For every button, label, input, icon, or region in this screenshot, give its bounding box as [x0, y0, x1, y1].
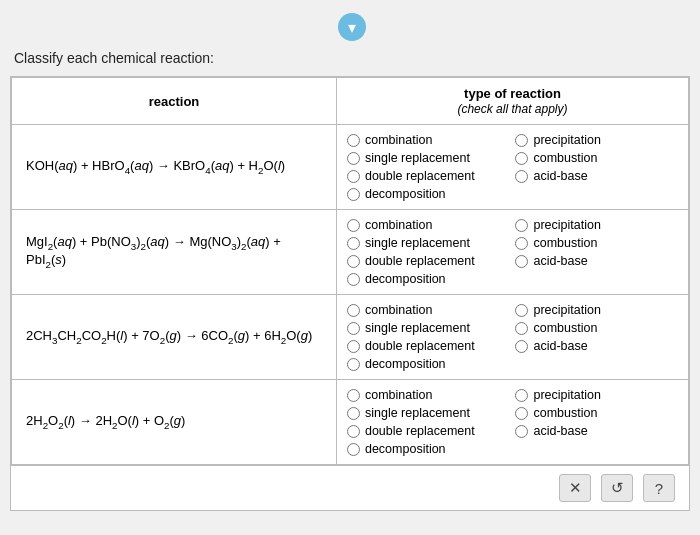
chevron-down-icon[interactable]: ▾ — [338, 13, 366, 41]
radio-decomposition-row1[interactable] — [347, 188, 360, 201]
reaction-table: reaction type of reaction (check all tha… — [11, 77, 689, 465]
radio-precipitation-row3[interactable] — [515, 304, 528, 317]
option-placeholder — [515, 442, 678, 456]
option-item-double_replacement-row4: double replacement — [347, 424, 510, 438]
option-item-single_replacement-row3: single replacement — [347, 321, 510, 335]
radio-combination-row1[interactable] — [347, 134, 360, 147]
help-button[interactable]: ? — [643, 474, 675, 502]
option-item-double_replacement-row1: double replacement — [347, 169, 510, 183]
main-table-container: reaction type of reaction (check all tha… — [10, 76, 690, 511]
option-item-precipitation-row1: precipitation — [515, 133, 678, 147]
label-acid_base-row3: acid-base — [533, 339, 587, 353]
label-combination-row1: combination — [365, 133, 432, 147]
table-row: KOH(aq) + HBrO4(aq) → KBrO4(aq) + H2O(l)… — [12, 125, 689, 210]
label-combination-row2: combination — [365, 218, 432, 232]
label-combustion-row1: combustion — [533, 151, 597, 165]
table-row: 2CH3CH2CO2H(l) + 7O2(g) → 6CO2(g) + 6H2O… — [12, 295, 689, 380]
radio-combustion-row3[interactable] — [515, 322, 528, 335]
radio-decomposition-row2[interactable] — [347, 273, 360, 286]
option-item-acid_base-row1: acid-base — [515, 169, 678, 183]
radio-single_replacement-row1[interactable] — [347, 152, 360, 165]
undo-button[interactable]: ↺ — [601, 474, 633, 502]
radio-combination-row3[interactable] — [347, 304, 360, 317]
reaction-cell-1: KOH(aq) + HBrO4(aq) → KBrO4(aq) + H2O(l) — [12, 125, 337, 210]
reaction-cell-3: 2CH3CH2CO2H(l) + 7O2(g) → 6CO2(g) + 6H2O… — [12, 295, 337, 380]
label-decomposition-row4: decomposition — [365, 442, 446, 456]
label-combination-row3: combination — [365, 303, 432, 317]
radio-acid_base-row2[interactable] — [515, 255, 528, 268]
radio-acid_base-row1[interactable] — [515, 170, 528, 183]
option-item-precipitation-row4: precipitation — [515, 388, 678, 402]
radio-precipitation-row1[interactable] — [515, 134, 528, 147]
option-placeholder — [515, 357, 678, 371]
option-item-single_replacement-row4: single replacement — [347, 406, 510, 420]
option-placeholder — [515, 272, 678, 286]
option-item-combustion-row1: combustion — [515, 151, 678, 165]
radio-double_replacement-row4[interactable] — [347, 425, 360, 438]
options-cell-3: combinationprecipitationsingle replaceme… — [336, 295, 688, 380]
option-item-decomposition-row4: decomposition — [347, 442, 510, 456]
radio-combustion-row4[interactable] — [515, 407, 528, 420]
col-header-reaction: reaction — [12, 78, 337, 125]
option-item-decomposition-row3: decomposition — [347, 357, 510, 371]
option-item-single_replacement-row1: single replacement — [347, 151, 510, 165]
option-item-double_replacement-row2: double replacement — [347, 254, 510, 268]
option-placeholder — [515, 187, 678, 201]
option-item-combination-row3: combination — [347, 303, 510, 317]
radio-double_replacement-row1[interactable] — [347, 170, 360, 183]
close-button[interactable]: ✕ — [559, 474, 591, 502]
options-cell-1: combinationprecipitationsingle replaceme… — [336, 125, 688, 210]
label-precipitation-row2: precipitation — [533, 218, 600, 232]
label-combustion-row3: combustion — [533, 321, 597, 335]
label-acid_base-row2: acid-base — [533, 254, 587, 268]
radio-acid_base-row4[interactable] — [515, 425, 528, 438]
label-combustion-row2: combustion — [533, 236, 597, 250]
radio-decomposition-row3[interactable] — [347, 358, 360, 371]
reaction-cell-2: MgI2(aq) + Pb(NO3)2(aq) → Mg(NO3)2(aq) +… — [12, 210, 337, 295]
label-single_replacement-row2: single replacement — [365, 236, 470, 250]
radio-single_replacement-row4[interactable] — [347, 407, 360, 420]
option-item-precipitation-row3: precipitation — [515, 303, 678, 317]
option-item-combination-row4: combination — [347, 388, 510, 402]
radio-single_replacement-row3[interactable] — [347, 322, 360, 335]
label-single_replacement-row3: single replacement — [365, 321, 470, 335]
radio-double_replacement-row3[interactable] — [347, 340, 360, 353]
options-cell-2: combinationprecipitationsingle replaceme… — [336, 210, 688, 295]
radio-double_replacement-row2[interactable] — [347, 255, 360, 268]
radio-precipitation-row2[interactable] — [515, 219, 528, 232]
options-cell-4: combinationprecipitationsingle replaceme… — [336, 380, 688, 465]
label-decomposition-row2: decomposition — [365, 272, 446, 286]
label-acid_base-row4: acid-base — [533, 424, 587, 438]
table-row: MgI2(aq) + Pb(NO3)2(aq) → Mg(NO3)2(aq) +… — [12, 210, 689, 295]
label-decomposition-row1: decomposition — [365, 187, 446, 201]
label-acid_base-row1: acid-base — [533, 169, 587, 183]
reaction-cell-4: 2H2O2(l) → 2H2O(l) + O2(g) — [12, 380, 337, 465]
label-precipitation-row3: precipitation — [533, 303, 600, 317]
label-double_replacement-row1: double replacement — [365, 169, 475, 183]
radio-combustion-row1[interactable] — [515, 152, 528, 165]
label-single_replacement-row1: single replacement — [365, 151, 470, 165]
radio-acid_base-row3[interactable] — [515, 340, 528, 353]
label-precipitation-row1: precipitation — [533, 133, 600, 147]
radio-combination-row4[interactable] — [347, 389, 360, 402]
option-item-combustion-row4: combustion — [515, 406, 678, 420]
radio-precipitation-row4[interactable] — [515, 389, 528, 402]
label-double_replacement-row3: double replacement — [365, 339, 475, 353]
option-item-precipitation-row2: precipitation — [515, 218, 678, 232]
label-precipitation-row4: precipitation — [533, 388, 600, 402]
col-header-type: type of reaction (check all that apply) — [336, 78, 688, 125]
page-title: Classify each chemical reaction: — [0, 42, 700, 76]
option-item-combination-row2: combination — [347, 218, 510, 232]
option-item-double_replacement-row3: double replacement — [347, 339, 510, 353]
option-item-acid_base-row2: acid-base — [515, 254, 678, 268]
option-item-decomposition-row1: decomposition — [347, 187, 510, 201]
label-combustion-row4: combustion — [533, 406, 597, 420]
option-item-decomposition-row2: decomposition — [347, 272, 510, 286]
option-item-acid_base-row4: acid-base — [515, 424, 678, 438]
radio-decomposition-row4[interactable] — [347, 443, 360, 456]
option-item-acid_base-row3: acid-base — [515, 339, 678, 353]
radio-single_replacement-row2[interactable] — [347, 237, 360, 250]
radio-combustion-row2[interactable] — [515, 237, 528, 250]
label-combination-row4: combination — [365, 388, 432, 402]
radio-combination-row2[interactable] — [347, 219, 360, 232]
